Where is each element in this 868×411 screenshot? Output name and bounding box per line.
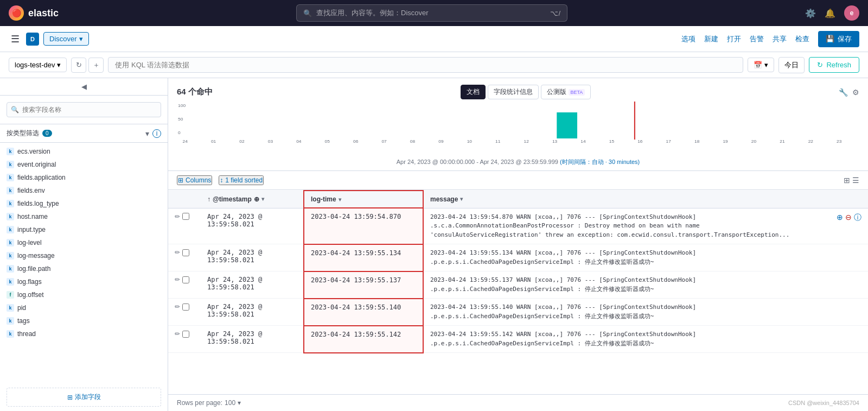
sidebar-field-item[interactable]: k tags [0, 314, 168, 327]
row-checkbox[interactable] [182, 213, 189, 220]
chart-settings-icon[interactable]: 🔧 [839, 88, 848, 97]
search-icon: 🔍 [303, 9, 312, 17]
save-button[interactable]: 💾 保存 [818, 31, 859, 47]
share-button[interactable]: 共享 [773, 34, 787, 44]
kql-filter-input[interactable] [108, 57, 743, 73]
timestamp-menu-icon[interactable]: ⊕ [254, 195, 259, 203]
expand-row-button[interactable]: ✏ [175, 249, 180, 256]
top-nav-left: 🔴 elastic [9, 5, 59, 21]
secondary-navigation: ☰ D Discover ▾ 选项 新建 打开 告警 共享 检查 💾 保存 [0, 26, 868, 52]
expand-row-button[interactable]: ✏ [175, 330, 180, 338]
tab-field-stats[interactable]: 字段统计信息 [488, 85, 539, 99]
tab-documents[interactable]: 文档 [461, 85, 486, 99]
row-info-icon[interactable]: ⓘ [854, 213, 861, 223]
date-picker-button[interactable]: 📅 ▾ [748, 58, 774, 72]
columns-icon: ⊞ [178, 176, 183, 184]
sidebar-field-item[interactable]: k log-message [0, 249, 168, 262]
field-name-label: fields.env [17, 187, 45, 194]
data-source-button[interactable]: logs-test-dev ▾ [9, 58, 67, 72]
today-button[interactable]: 今日 [778, 57, 805, 73]
list-view-icon[interactable]: ☰ [852, 176, 859, 185]
row-actions: ✏ [175, 303, 194, 311]
calendar-icon: 📅 [754, 61, 762, 69]
filter-chevron-icon[interactable]: ▾ [145, 129, 149, 138]
open-button[interactable]: 打开 [727, 34, 741, 44]
tab-beta[interactable]: 公测版BETA [541, 85, 591, 99]
message-value: 2023-04-24 13:59:55.142 WARN [xcoa,,] 70… [430, 330, 696, 348]
sidebar-field-item[interactable]: k fields.env [0, 184, 168, 197]
message-cell: 2023-04-24 13:59:55.140 WARN [xcoa,,] 70… [423, 299, 868, 326]
app-name-button[interactable]: Discover ▾ [43, 32, 89, 46]
collapse-sidebar-button[interactable]: ◀ [0, 78, 168, 96]
user-avatar[interactable]: e [844, 5, 859, 21]
timestamp-header-label: @timestamp [213, 195, 252, 203]
svg-text:14: 14 [580, 139, 586, 144]
sidebar-field-item[interactable]: k ecs.version [0, 145, 168, 158]
sidebar-field-item[interactable]: k fields.application [0, 171, 168, 184]
field-type-badge: k [7, 265, 14, 273]
sidebar-field-item[interactable]: k host.name [0, 210, 168, 223]
sidebar-search-input[interactable] [7, 102, 161, 117]
histogram-chart: 24 Apr 24 01 02 03 04 05 06 07 08 09 10 … [177, 102, 859, 145]
row-checkbox[interactable] [182, 303, 189, 311]
columns-button[interactable]: ⊞ Columns [177, 175, 212, 185]
filter-refresh-icon-btn[interactable]: ↻ [71, 58, 86, 73]
row-remove-filter-icon[interactable]: ⊖ [845, 213, 852, 223]
row-checkbox[interactable] [182, 276, 189, 283]
settings-icon[interactable]: ⚙️ [805, 8, 816, 18]
main-layout: ◀ 🔍 按类型筛选 0 ▾ i k ecs.version k event.or… [0, 78, 868, 411]
timestamp-chevron-icon[interactable]: ▾ [261, 196, 264, 202]
rows-per-page-select[interactable]: Rows per page: 100 ▾ [177, 399, 241, 407]
refresh-button[interactable]: ↻ Refresh [809, 57, 859, 73]
alert-button[interactable]: 告警 [750, 34, 764, 44]
inspect-button[interactable]: 检查 [795, 34, 809, 44]
sort-asc-icon: ↑ [207, 195, 210, 203]
hamburger-menu[interactable]: ☰ [9, 31, 22, 47]
hit-count: 64 个命中 [177, 87, 213, 97]
sidebar-field-item[interactable]: k log.file.path [0, 262, 168, 275]
sidebar-field-item[interactable]: k log.flags [0, 275, 168, 288]
add-field-button[interactable]: ⊞ 添加字段 [7, 388, 161, 407]
svg-text:06: 06 [353, 139, 359, 144]
field-type-badge: k [7, 213, 14, 220]
data-table: ↑ @timestamp ⊕ ▾ log-time ▾ [168, 190, 868, 353]
logtime-chevron-icon[interactable]: ▾ [339, 197, 341, 203]
row-checkbox[interactable] [182, 249, 189, 256]
expand-row-button[interactable]: ✏ [175, 303, 180, 311]
sidebar-field-item[interactable]: k thread [0, 327, 168, 340]
global-search-bar[interactable]: 🔍 查找应用、内容等。例如：Discover ⌥/ [296, 4, 567, 22]
sort-button[interactable]: ↕ 1 field sorted [219, 175, 264, 185]
sidebar-field-item[interactable]: k event.original [0, 158, 168, 171]
sidebar-filter-row: 按类型筛选 0 ▾ i [0, 124, 168, 143]
message-value: 2023-04-24 13:59:55.140 WARN [xcoa,,] 70… [430, 303, 696, 321]
svg-text:12: 12 [524, 139, 529, 144]
new-button[interactable]: 新建 [704, 34, 718, 44]
table-controls-left: ⊞ Columns ↕ 1 field sorted [177, 175, 264, 185]
options-button[interactable]: 选项 [681, 34, 695, 44]
notifications-icon[interactable]: 🔔 [825, 8, 835, 18]
field-type-badge: k [7, 278, 14, 286]
sidebar-field-item[interactable]: f log.offset [0, 288, 168, 301]
sidebar-field-item[interactable]: k pid [0, 301, 168, 314]
grid-view-icon[interactable]: ⊞ [844, 176, 850, 185]
sidebar-field-item[interactable]: k input.type [0, 223, 168, 236]
row-checkbox[interactable] [182, 331, 189, 338]
row-add-filter-icon[interactable]: ⊕ [837, 213, 843, 223]
chart-gear-icon[interactable]: ⚙ [852, 88, 859, 97]
elastic-logo[interactable]: 🔴 elastic [9, 5, 59, 21]
message-header-label: message [430, 195, 458, 203]
expand-row-button[interactable]: ✏ [175, 276, 180, 283]
row-controls-cell: ✏ [168, 326, 201, 353]
table-row: ✏ Apr 24, 2023 @ 13:59:58.021 2023-04-24… [168, 326, 868, 353]
expand-row-button[interactable]: ✏ [175, 213, 180, 220]
sidebar-field-item[interactable]: k fields.log_type [0, 197, 168, 210]
field-name-label: log-message [17, 252, 55, 260]
svg-text:17: 17 [666, 139, 672, 144]
message-cell: 2023-04-24 13:59:55.137 WARN [xcoa,,] 70… [423, 271, 868, 299]
table-controls: ⊞ Columns ↕ 1 field sorted ⊞ ☰ [168, 171, 868, 190]
sidebar-field-item[interactable]: k log-level [0, 236, 168, 249]
filter-add-icon-btn[interactable]: ＋ [88, 58, 104, 73]
filter-info-icon[interactable]: i [152, 129, 161, 138]
timestamp-value: Apr 24, 2023 @ 13:59:58.021 [207, 249, 262, 264]
message-chevron-icon[interactable]: ▾ [460, 196, 463, 202]
